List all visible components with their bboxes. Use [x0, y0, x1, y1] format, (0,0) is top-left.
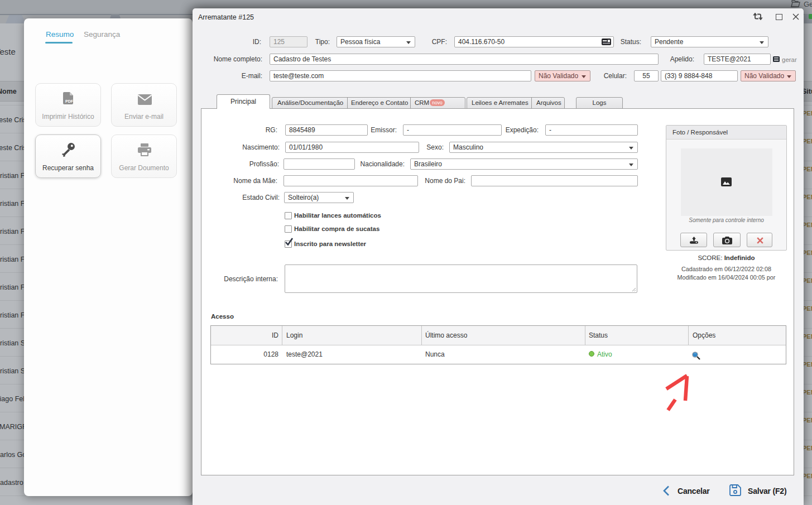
svg-text:PDF: PDF — [65, 99, 74, 103]
